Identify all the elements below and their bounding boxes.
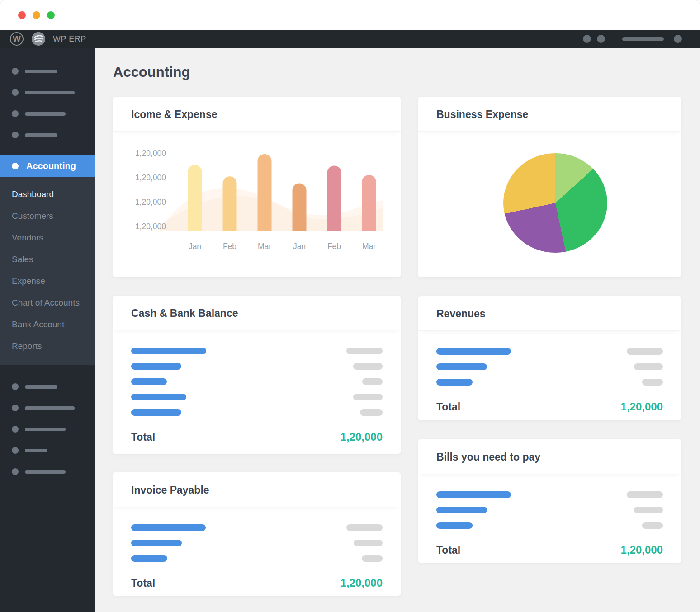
x-axis-month-label: Feb: [223, 242, 236, 251]
business-expense-card: Business Expense: [418, 97, 681, 277]
revenues-card-header: Revenues: [418, 296, 681, 331]
skeleton-bar-right: [627, 348, 663, 355]
placeholder-dot-icon: [12, 132, 19, 138]
accounting-menu-dot-icon: [12, 163, 19, 169]
invoice-payable-total-value: 1,20,000: [341, 577, 383, 589]
sidebar-submenu-item-expense[interactable]: Expense: [0, 270, 95, 292]
sidebar: Accounting DashboardCustomersVendorsSale…: [0, 48, 95, 612]
sidebar-top-placeholder-group: [0, 48, 95, 155]
sidebar-submenu: DashboardCustomersVendorsSalesExpenseCha…: [0, 177, 95, 365]
cash-bank-card-header: Cash & Bank Balance: [113, 296, 401, 330]
close-window-button[interactable]: [18, 11, 26, 19]
sidebar-placeholder-item[interactable]: [0, 61, 95, 82]
admin-bar-avatar-placeholder[interactable]: [674, 35, 682, 43]
skeleton-row: [436, 348, 663, 355]
sidebar-placeholder-item[interactable]: [0, 376, 95, 397]
revenues-total-label: Total: [436, 401, 460, 413]
bills-card-header: Bills you need to pay: [418, 439, 681, 474]
skeleton-bar-left: [436, 507, 487, 513]
sidebar-submenu-item-customers[interactable]: Customers: [0, 205, 95, 227]
x-axis-month-label: Jan: [293, 242, 306, 251]
income-expense-card: Icome & Expense 1,20,0001,20,0001,20,000…: [113, 97, 401, 277]
cash-bank-card-title: Cash & Bank Balance: [131, 307, 238, 319]
invoice-payable-card-title: Invoice Payable: [131, 484, 209, 496]
skeleton-bar-left: [436, 379, 473, 386]
wp-erp-logo-icon[interactable]: [32, 32, 45, 46]
skeleton-row: [436, 379, 663, 386]
sidebar-submenu-item-sales[interactable]: Sales: [0, 249, 95, 270]
sidebar-placeholder-item[interactable]: [0, 82, 95, 103]
revenues-card: Revenues Total 1,20,000: [418, 296, 681, 420]
y-axis-tick-label: 1,20,000: [135, 222, 166, 231]
sidebar-item-accounting-label: Accounting: [26, 161, 76, 171]
bills-card: Bills you need to pay Total 1,20,000: [418, 439, 681, 563]
bar-feb-income: [223, 176, 237, 241]
sidebar-submenu-item-chart-of-accounts[interactable]: Chart of Accounts: [0, 292, 95, 314]
sidebar-placeholder-item[interactable]: [0, 124, 95, 146]
sidebar-submenu-item-dashboard[interactable]: Dashboard: [0, 184, 95, 205]
skeleton-bar-left: [436, 348, 511, 355]
income-expense-card-title: Icome & Expense: [131, 108, 217, 120]
skeleton-bar-left: [436, 491, 511, 498]
skeleton-row: [131, 394, 383, 400]
skeleton-bar-left: [436, 522, 473, 529]
y-axis-tick-label: 1,20,000: [135, 149, 166, 158]
skeleton-bar-left: [131, 540, 182, 546]
skeleton-bar-right: [354, 540, 383, 546]
window-titlebar: [0, 0, 700, 30]
bills-total-label: Total: [436, 544, 460, 556]
bills-total-value: 1,20,000: [621, 544, 663, 556]
cash-bank-total-value: 1,20,000: [341, 431, 383, 443]
bar-mar-income: [258, 154, 272, 241]
skeleton-bar-left: [131, 378, 167, 385]
placeholder-dot-icon: [12, 468, 19, 475]
placeholder-bar: [25, 91, 75, 94]
sidebar-submenu-item-vendors[interactable]: Vendors: [0, 227, 95, 249]
x-axis-month-label: Mar: [258, 242, 271, 251]
skeleton-bar-right: [642, 522, 663, 529]
placeholder-dot-icon: [12, 383, 19, 390]
skeleton-row: [131, 363, 383, 370]
admin-bar-icon-placeholder[interactable]: [583, 35, 591, 43]
bar-jan-income: [188, 165, 202, 241]
skeleton-bar-right: [353, 394, 383, 400]
placeholder-dot-icon: [12, 447, 19, 454]
skeleton-bar-right: [362, 555, 383, 562]
admin-bar-icon-placeholder[interactable]: [597, 35, 605, 43]
sidebar-placeholder-item[interactable]: [0, 440, 95, 461]
sidebar-placeholder-item[interactable]: [0, 419, 95, 440]
minimize-window-button[interactable]: [33, 11, 40, 19]
sidebar-placeholder-item[interactable]: [0, 103, 95, 124]
income-expense-bar-chart: 1,20,0001,20,0001,20,0001,20,000JanFebMa…: [131, 147, 383, 266]
skeleton-bar-right: [634, 363, 663, 370]
cash-bank-total-label: Total: [131, 431, 155, 443]
business-expense-card-header: Business Expense: [418, 97, 681, 132]
skeleton-bar-left: [131, 363, 181, 370]
invoice-payable-total-label: Total: [131, 577, 155, 589]
income-expense-card-header: Icome & Expense: [113, 97, 401, 132]
sidebar-submenu-item-reports[interactable]: Reports: [0, 335, 95, 357]
wordpress-logo-icon[interactable]: W: [10, 32, 24, 46]
skeleton-bar-left: [436, 363, 487, 370]
admin-bar-user-placeholder[interactable]: [622, 37, 664, 41]
bar-feb-expense: [327, 166, 341, 241]
sidebar-submenu-item-bank-account[interactable]: Bank Account: [0, 314, 95, 335]
skeleton-row: [436, 363, 663, 370]
skeleton-row: [436, 491, 663, 498]
skeleton-row: [131, 524, 383, 531]
sidebar-placeholder-item[interactable]: [0, 397, 95, 419]
admin-bar-right: [577, 35, 682, 43]
page-title: Accounting: [113, 64, 681, 80]
business-expense-card-title: Business Expense: [436, 108, 528, 120]
revenues-card-title: Revenues: [436, 308, 486, 320]
business-expense-pie-chart: [503, 153, 607, 253]
y-axis-tick-label: 1,20,000: [135, 173, 166, 182]
skeleton-row: [131, 540, 383, 546]
placeholder-dot-icon: [12, 405, 19, 411]
sidebar-placeholder-item[interactable]: [0, 461, 95, 482]
zoom-window-button[interactable]: [47, 11, 55, 19]
invoice-payable-card-header: Invoice Payable: [113, 472, 401, 507]
skeleton-bar-right: [346, 348, 383, 354]
sidebar-item-accounting[interactable]: Accounting: [0, 155, 95, 177]
placeholder-bar: [25, 112, 66, 116]
